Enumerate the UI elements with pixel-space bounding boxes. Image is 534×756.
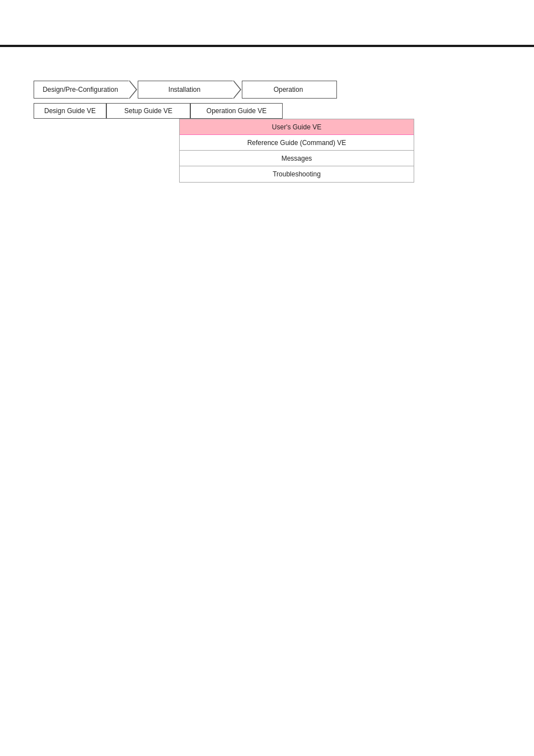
guide-troubleshooting-label: Troubleshooting [273, 170, 321, 178]
expanded-panel: User's Guide VE Reference Guide (Command… [179, 119, 414, 183]
phase-design[interactable]: Design/Pre-Configuration [34, 81, 129, 99]
guide-design-label: Design Guide VE [44, 107, 96, 115]
phase-operation-label: Operation [274, 86, 303, 94]
phase-installation[interactable]: Installation [138, 81, 233, 99]
main-content: Design/Pre-Configuration Installation Op… [0, 47, 534, 205]
guide-troubleshooting[interactable]: Troubleshooting [180, 166, 414, 182]
guide-reference[interactable]: Reference Guide (Command) VE [180, 135, 414, 151]
guide-setup[interactable]: Setup Guide VE [106, 103, 190, 119]
guides-section: Design Guide VE Setup Guide VE Operation… [34, 103, 500, 183]
guide-messages-label: Messages [282, 155, 312, 162]
guide-reference-label: Reference Guide (Command) VE [247, 139, 346, 147]
phase-design-label: Design/Pre-Configuration [43, 86, 118, 94]
guide-setup-label: Setup Guide VE [124, 107, 172, 115]
guide-operation[interactable]: Operation Guide VE [190, 103, 283, 119]
guide-operation-label: Operation Guide VE [207, 107, 266, 115]
guides-right-section: Setup Guide VE Operation Guide VE User's… [106, 103, 414, 183]
phase-installation-label: Installation [168, 86, 200, 94]
guide-users[interactable]: User's Guide VE [180, 119, 414, 135]
setup-operation-row: Setup Guide VE Operation Guide VE [106, 103, 414, 119]
phase-row: Design/Pre-Configuration Installation Op… [34, 81, 500, 99]
phase-operation[interactable]: Operation [242, 81, 337, 99]
guide-users-label: User's Guide VE [272, 123, 321, 131]
guide-design[interactable]: Design Guide VE [34, 103, 106, 119]
diagram-container: Design/Pre-Configuration Installation Op… [34, 81, 500, 183]
guide-messages[interactable]: Messages [180, 151, 414, 166]
